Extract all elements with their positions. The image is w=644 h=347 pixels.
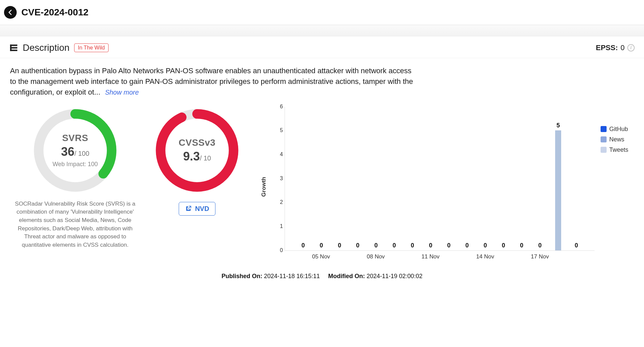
nvd-label: NVD [195,205,209,213]
footer-dates: Published On: 2024-11-18 16:15:11 Modifi… [0,267,644,282]
chart-value-label: 0 [465,242,469,249]
svrs-column: SVRS 36/ 100 Web Impact: 100 SOCRadar Vu… [10,107,140,249]
legend-label: News [609,136,624,143]
legend-label: GitHub [609,126,628,133]
xtick: 14 Nov [476,253,494,260]
chart-bar [555,130,561,250]
chart-value-label: 0 [484,242,487,249]
chart-legend: GitHubNewsTweets [601,107,634,267]
modified-label: Modified On: [328,273,365,279]
cvss-column: CVSSv3 9.3/ 10 NVD [154,107,240,216]
status-badge: In The Wild [74,43,109,52]
chart-value-label: 0 [520,242,523,249]
chart-ylabel: Growth [261,177,267,197]
xtick: 17 Nov [531,253,549,260]
growth-chart: 01234560000000000000050 05 Nov08 Nov11 N… [273,107,595,267]
metrics-row: SVRS 36/ 100 Web Impact: 100 SOCRadar Vu… [0,101,644,267]
chart-value-label: 0 [320,242,323,249]
list-icon [9,43,18,52]
legend-item[interactable]: News [601,136,634,143]
nvd-button[interactable]: NVD [179,202,215,216]
info-icon[interactable]: i [627,44,635,51]
xtick: 05 Nov [312,253,330,260]
chart-value-label: 0 [392,242,396,249]
section-title: Description [23,42,69,53]
ytick: 4 [275,151,283,157]
svrs-name: SVRS [62,133,88,143]
published-value: 2024-11-18 16:15:11 [264,273,320,279]
ytick: 0 [275,247,283,253]
modified-value: 2024-11-19 02:00:02 [367,273,423,279]
page-title: CVE-2024-0012 [21,7,89,18]
chart-value-label: 0 [374,242,378,249]
epss-value: 0 [621,43,625,52]
svrs-sub: Web Impact: 100 [52,161,98,168]
external-link-icon [185,205,192,212]
chart-value-label: 0 [302,242,305,249]
top-bar: CVE-2024-0012 [0,0,644,25]
chart-value-label: 0 [538,242,541,249]
ytick: 5 [275,127,283,133]
legend-swatch [601,126,607,132]
chart-value-label: 0 [447,242,451,249]
section-header: Description In The Wild EPSS: 0 i [0,36,644,58]
ytick: 6 [275,104,283,110]
xtick: 11 Nov [422,253,440,260]
chart-value-label: 0 [356,242,359,249]
epss-label: EPSS: [596,43,618,52]
ytick: 1 [275,223,283,229]
description-block: An authentication bypass in Palo Alto Ne… [0,58,428,101]
growth-chart-column: Growth 01234560000000000000050 05 Nov08 … [254,107,634,267]
header-spacer [0,25,644,36]
legend-swatch [601,147,607,153]
ytick: 3 [275,176,283,182]
section-header-left: Description In The Wild [9,42,109,53]
chart-value-label: 5 [556,122,560,129]
svg-rect-3 [10,44,11,51]
section-header-right: EPSS: 0 i [596,43,635,52]
cvss-value: 9.3/ 10 [183,149,211,163]
svrs-value: 36/ 100 [61,145,90,159]
chart-value-label: 0 [338,242,341,249]
back-button[interactable] [4,6,17,19]
chart-value-label: 0 [502,242,505,249]
chart-value-label: 0 [411,242,414,249]
published-label: Published On: [221,273,262,279]
chart-value-label: 0 [575,242,578,249]
legend-label: Tweets [609,146,628,153]
legend-item[interactable]: GitHub [601,126,634,133]
svrs-caption: SOCRadar Vulnerability Risk Score (SVRS)… [10,200,140,249]
ytick: 2 [275,199,283,205]
arrow-left-icon [7,9,14,16]
description-text: An authentication bypass in Palo Alto Ne… [10,67,413,96]
show-more-link[interactable]: Show more [105,89,139,96]
svrs-gauge: SVRS 36/ 100 Web Impact: 100 [32,107,119,194]
chart-value-label: 0 [429,242,432,249]
legend-swatch [601,136,607,142]
cvss-name: CVSSv3 [179,137,215,148]
cvss-gauge: CVSSv3 9.3/ 10 [154,107,240,194]
xtick: 08 Nov [367,253,385,260]
legend-item[interactable]: Tweets [601,146,634,153]
